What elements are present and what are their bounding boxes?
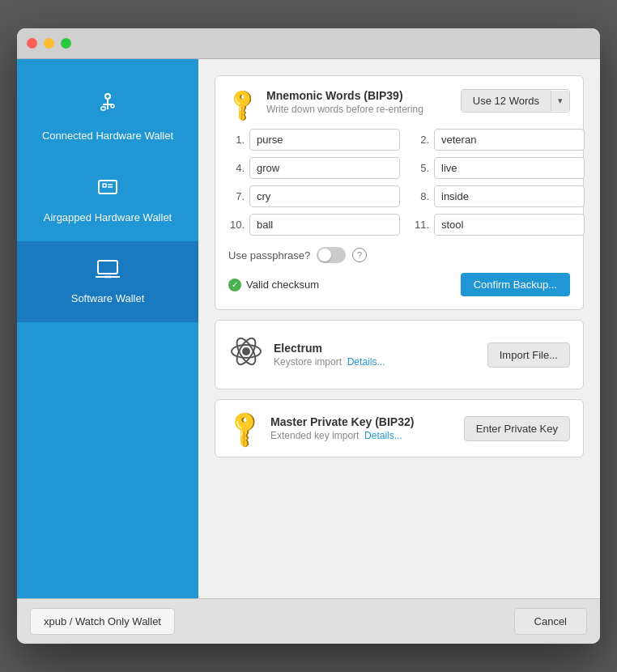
- word-num-9: 9.: [598, 190, 600, 202]
- word-row-12: 12.: [598, 214, 600, 236]
- master-key-details-link[interactable]: Details...: [364, 430, 402, 441]
- word-num-2: 2.: [413, 134, 429, 146]
- main-window: Connected Hardware Wallet Airgapped Hard…: [17, 28, 600, 644]
- master-key-card: 🔑 Master Private Key (BIP32) Extended ke…: [215, 399, 584, 457]
- mnemonic-key-icon: 🔑: [223, 84, 262, 123]
- word-num-10: 10.: [228, 219, 245, 231]
- checksum-dot: ✓: [228, 279, 241, 291]
- word-num-3: 3.: [598, 134, 600, 146]
- close-button[interactable]: [27, 38, 37, 49]
- passphrase-toggle[interactable]: [317, 247, 346, 263]
- master-key-left: 🔑 Master Private Key (BIP32) Extended ke…: [228, 413, 414, 444]
- mnemonic-subtitle: Write down words before re-entering: [266, 104, 423, 115]
- word-num-8: 8.: [413, 190, 429, 202]
- airgapped-icon: [96, 176, 120, 205]
- enter-private-key-button[interactable]: Enter Private Key: [464, 416, 570, 441]
- master-key-icon: 🔑: [222, 406, 266, 450]
- use-words-group[interactable]: Use 12 Words ▾: [461, 89, 570, 113]
- software-wallet-label: Software Wallet: [71, 292, 145, 306]
- word-row-1: 1.: [228, 129, 400, 151]
- main-content: Connected Hardware Wallet Airgapped Hard…: [17, 59, 600, 598]
- mnemonic-title-area: 🔑 Mnemonic Words (BIP39) Write down word…: [228, 89, 423, 117]
- bottom-bar: xpub / Watch Only Wallet Cancel: [17, 598, 600, 644]
- mnemonic-header: 🔑 Mnemonic Words (BIP39) Write down word…: [228, 89, 570, 117]
- word-row-5: 5.: [413, 157, 585, 179]
- sidebar-item-airgapped-hardware[interactable]: Airgapped Hardware Wallet: [17, 159, 198, 241]
- mnemonic-title: Mnemonic Words (BIP39): [266, 89, 423, 102]
- word-row-7: 7.: [228, 185, 400, 207]
- checksum-status: ✓ Valid checksum: [228, 279, 319, 291]
- passphrase-label: Use passphrase?: [228, 249, 310, 262]
- word-num-4: 4.: [228, 162, 245, 174]
- word-row-3: 3.: [598, 129, 600, 151]
- sidebar: Connected Hardware Wallet Airgapped Hard…: [17, 59, 198, 598]
- electrum-icon: [228, 334, 264, 376]
- word-input-2[interactable]: [434, 129, 585, 151]
- word-row-6: 6.: [598, 157, 600, 179]
- word-input-4[interactable]: [249, 157, 400, 179]
- master-key-subtitle: Extended key import Details...: [270, 430, 414, 441]
- import-file-button[interactable]: Import File...: [487, 342, 570, 368]
- laptop-icon: [95, 257, 121, 286]
- word-row-2: 2.: [413, 129, 585, 151]
- word-row-4: 4.: [228, 157, 400, 179]
- master-key-text: Master Private Key (BIP32) Extended key …: [270, 415, 414, 441]
- word-input-5[interactable]: [434, 157, 585, 179]
- use-words-dropdown[interactable]: ▾: [551, 91, 569, 111]
- content-area: 🔑 Mnemonic Words (BIP39) Write down word…: [198, 59, 600, 598]
- airgapped-hardware-label: Airgapped Hardware Wallet: [44, 211, 172, 225]
- word-input-10[interactable]: [249, 214, 400, 236]
- svg-rect-6: [103, 184, 106, 187]
- word-num-12: 12.: [598, 219, 600, 231]
- checksum-text: Valid checksum: [246, 279, 319, 291]
- help-icon[interactable]: ?: [352, 248, 367, 262]
- svg-point-0: [105, 94, 110, 99]
- word-input-1[interactable]: [249, 129, 400, 151]
- word-grid: 1. 2. 3. 4.: [228, 129, 570, 236]
- word-num-11: 11.: [413, 219, 429, 231]
- sidebar-item-connected-hardware[interactable]: Connected Hardware Wallet: [17, 75, 198, 159]
- passphrase-row: Use passphrase? ?: [228, 247, 570, 263]
- word-input-8[interactable]: [434, 185, 585, 207]
- word-row-8: 8.: [413, 185, 585, 207]
- mnemonic-text: Mnemonic Words (BIP39) Write down words …: [266, 89, 423, 115]
- minimize-button[interactable]: [44, 38, 54, 49]
- electrum-text: Electrum Keystore import Details...: [274, 342, 385, 368]
- titlebar: [17, 28, 600, 59]
- word-input-7[interactable]: [249, 185, 400, 207]
- cancel-button[interactable]: Cancel: [514, 608, 587, 635]
- word-row-11: 11.: [413, 214, 585, 236]
- maximize-button[interactable]: [61, 38, 71, 49]
- word-num-7: 7.: [228, 190, 245, 202]
- mnemonic-card: 🔑 Mnemonic Words (BIP39) Write down word…: [215, 75, 584, 310]
- electrum-details-link[interactable]: Details...: [347, 356, 385, 368]
- confirm-backup-button[interactable]: Confirm Backup...: [461, 273, 570, 296]
- checksum-row: ✓ Valid checksum Confirm Backup...: [228, 273, 570, 296]
- connected-hardware-label: Connected Hardware Wallet: [42, 130, 173, 143]
- word-row-10: 10.: [228, 214, 400, 236]
- word-num-5: 5.: [413, 162, 429, 174]
- electrum-card: Electrum Keystore import Details... Impo…: [215, 320, 584, 389]
- master-key-title: Master Private Key (BIP32): [270, 415, 414, 428]
- svg-rect-3: [101, 107, 105, 110]
- word-row-9: 9.: [598, 185, 600, 207]
- svg-rect-9: [98, 261, 117, 274]
- use-words-button[interactable]: Use 12 Words: [462, 90, 551, 112]
- electrum-subtitle: Keystore import Details...: [274, 356, 385, 368]
- word-num-6: 6.: [598, 162, 600, 174]
- electrum-left: Electrum Keystore import Details...: [228, 334, 385, 376]
- word-num-1: 1.: [228, 134, 245, 146]
- xpub-button[interactable]: xpub / Watch Only Wallet: [30, 608, 175, 635]
- sidebar-item-software-wallet[interactable]: Software Wallet: [17, 241, 198, 322]
- svg-point-12: [242, 347, 250, 355]
- electrum-title: Electrum: [274, 342, 385, 355]
- traffic-lights: [27, 38, 71, 49]
- word-input-11[interactable]: [434, 214, 585, 236]
- usb-icon: [95, 91, 121, 123]
- svg-point-4: [111, 104, 114, 108]
